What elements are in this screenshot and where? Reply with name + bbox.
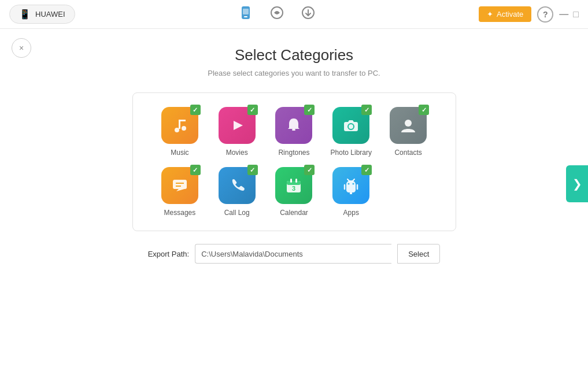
category-item-apps[interactable]: ✓ Apps (325, 167, 377, 217)
download-icon[interactable] (301, 5, 316, 24)
minimize-button[interactable]: — (559, 9, 568, 20)
category-item-call-log[interactable]: ✓ Call Log (211, 167, 263, 217)
category-grid: ✓ Music ✓ Movies ✓ Ringtones ✓ Photo Lib… (151, 107, 437, 217)
maximize-button[interactable]: □ (573, 9, 579, 20)
help-button[interactable]: ? (537, 6, 553, 23)
svg-point-13 (405, 120, 412, 127)
category-label-ringtones: Ringtones (278, 149, 309, 157)
category-item-messages[interactable]: ✓ Messages (154, 167, 206, 217)
category-item-ringtones[interactable]: ✓ Ringtones (268, 107, 320, 157)
activate-icon: ✦ (487, 10, 493, 18)
titlebar: 📱 HUAWEI ✦ Activate (0, 0, 588, 29)
icon-wrapper-call-log: ✓ (219, 167, 256, 204)
check-call-log: ✓ (247, 165, 258, 175)
check-apps: ✓ (361, 165, 372, 175)
page-title: Select Categories (235, 46, 353, 64)
category-label-contacts: Contacts (394, 149, 421, 157)
export-label: Export Path: (148, 250, 190, 258)
category-item-movies[interactable]: ✓ Movies (211, 107, 263, 157)
category-label-call-log: Call Log (224, 209, 250, 217)
icon-wrapper-apps: ✓ (332, 167, 369, 204)
main-content: Select Categories Please select categori… (0, 29, 588, 275)
check-calendar: ✓ (304, 165, 315, 175)
check-contacts: ✓ (419, 105, 429, 115)
icon-wrapper-ringtones: ✓ (275, 107, 312, 144)
category-label-calendar: Calendar (280, 209, 308, 217)
titlebar-right: ✦ Activate ? — □ (479, 6, 579, 23)
svg-line-26 (347, 179, 350, 181)
check-music: ✓ (190, 105, 201, 115)
category-label-photo-library: Photo Library (331, 149, 372, 157)
category-label-messages: Messages (164, 209, 196, 217)
svg-rect-2 (243, 9, 249, 14)
activate-button[interactable]: ✦ Activate (479, 6, 531, 22)
device-name: HUAWEI (35, 10, 65, 18)
icon-wrapper-photo-library: ✓ (332, 107, 369, 144)
phone-icon[interactable] (238, 5, 253, 24)
category-item-contacts[interactable]: ✓ Contacts (382, 107, 434, 157)
svg-rect-1 (244, 16, 247, 17)
device-icon: 📱 (19, 9, 31, 20)
category-item-music[interactable]: ✓ Music (154, 107, 206, 157)
svg-point-23 (353, 183, 354, 185)
icon-wrapper-contacts: ✓ (390, 107, 427, 144)
svg-rect-10 (292, 129, 295, 131)
check-messages: ✓ (190, 165, 201, 175)
activate-label: Activate (497, 10, 523, 18)
titlebar-center (238, 5, 316, 24)
check-ringtones: ✓ (304, 105, 315, 115)
svg-point-5 (175, 128, 179, 132)
check-photo-library: ✓ (361, 105, 372, 115)
window-controls: — □ (559, 9, 579, 20)
svg-line-27 (352, 179, 354, 181)
export-path-input[interactable] (195, 244, 391, 264)
svg-rect-18 (287, 181, 301, 185)
export-select-button[interactable]: Select (397, 244, 440, 264)
svg-rect-8 (179, 120, 186, 121)
icon-wrapper-messages: ✓ (161, 167, 198, 204)
export-row: Export Path: Select (148, 244, 441, 264)
icon-wrapper-calendar: 3 ✓ (275, 167, 312, 204)
svg-rect-20 (295, 179, 297, 183)
svg-text:3: 3 (292, 185, 295, 192)
next-button[interactable]: ❯ (566, 165, 588, 202)
icon-wrapper-movies: ✓ (219, 107, 256, 144)
svg-rect-19 (290, 179, 292, 183)
svg-rect-14 (173, 180, 187, 189)
category-box: ✓ Music ✓ Movies ✓ Ringtones ✓ Photo Lib… (132, 92, 456, 231)
icon-wrapper-music: ✓ (161, 107, 198, 144)
category-item-calendar[interactable]: 3 ✓ Calendar (268, 167, 320, 217)
svg-point-6 (182, 126, 186, 131)
device-pill[interactable]: 📱 HUAWEI (9, 5, 75, 24)
restore-icon[interactable] (269, 5, 284, 24)
back-button[interactable]: × (12, 38, 31, 58)
svg-marker-9 (234, 121, 243, 130)
svg-point-22 (348, 183, 350, 185)
page-subtitle: Please select categories you want to tra… (208, 69, 380, 77)
check-movies: ✓ (247, 105, 258, 115)
category-label-movies: Movies (226, 149, 248, 157)
category-label-apps: Apps (343, 209, 359, 217)
category-item-photo-library[interactable]: ✓ Photo Library (325, 107, 377, 157)
category-label-music: Music (171, 149, 188, 157)
